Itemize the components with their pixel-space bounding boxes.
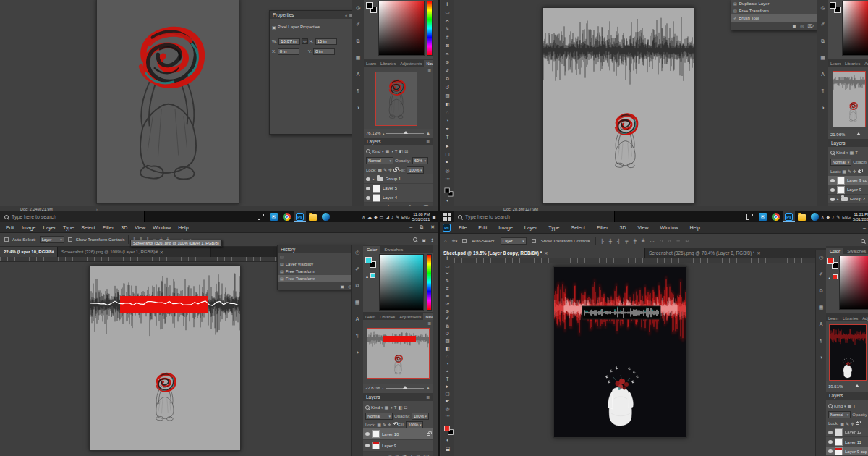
hue-slider[interactable] (427, 1, 433, 56)
lock-transparent-icon[interactable]: ▦ (378, 167, 382, 172)
color-field[interactable] (839, 256, 868, 310)
history-state-brush-tool[interactable]: ✐ Brush Tool (731, 14, 817, 22)
blend-mode-select[interactable]: Normal▾ (828, 411, 851, 418)
menu-type[interactable]: Type (59, 225, 77, 230)
expand-arrow-icon[interactable]: ▸ (837, 197, 839, 201)
layer-name[interactable]: Layer 9 copy (847, 178, 867, 182)
layer-row-layer-9[interactable]: Layer 9 (363, 440, 433, 452)
task-view-button[interactable] (255, 211, 267, 222)
mail-app-button[interactable]: ✉ (268, 211, 280, 222)
color-field[interactable] (378, 1, 425, 56)
menu-edit[interactable]: Edit (2, 225, 18, 230)
tool-spot-healing-tool[interactable]: ⊕ (441, 59, 454, 67)
layers-panel-title[interactable]: Layers (829, 393, 843, 398)
visibility-eye-icon[interactable] (365, 432, 370, 436)
navigator-zoom-slider[interactable] (386, 388, 424, 389)
gamut-warning-icon[interactable]: ▲ (365, 274, 369, 279)
lock-position-icon[interactable]: ✛ (388, 422, 391, 427)
lock-transparent-icon[interactable]: ▦ (840, 421, 844, 426)
tool-edit-toolbar[interactable]: ⋯ (441, 413, 454, 420)
layer-thumbnail[interactable] (837, 177, 845, 185)
tool-marquee-tool[interactable]: ▭ (441, 9, 454, 17)
fill-select[interactable]: 100%▾ (406, 421, 423, 428)
panel-menu-icon[interactable]: ≣ (426, 394, 430, 400)
layer-thumbnail[interactable] (373, 194, 380, 202)
lock-pixels-icon[interactable]: ✎ (846, 421, 849, 426)
layer-row-group-1[interactable]: ▸ Group 1 (364, 174, 433, 184)
filter-pixel-layers-icon[interactable]: ▦ (850, 150, 854, 155)
layer-name[interactable]: Layer 4 (383, 195, 397, 200)
lock-transparent-icon[interactable]: ▦ (842, 169, 846, 174)
tool-type-tool[interactable]: T (441, 375, 454, 382)
security-icon[interactable]: ◆ (374, 214, 378, 219)
language-indicator[interactable]: ENG (401, 215, 410, 219)
dock-tab-libraries[interactable]: Libraries (378, 60, 398, 67)
more-options-icon[interactable]: ⋯ (650, 238, 654, 243)
expand-arrow-icon[interactable]: ▸ (373, 177, 375, 181)
dock-tab-learn[interactable]: Learn (363, 313, 378, 320)
home-icon[interactable]: ⌂ (444, 239, 447, 243)
layer-name[interactable]: Layer 5 (383, 186, 397, 190)
dock-icon-history-icon[interactable]: ◷ (356, 4, 360, 12)
layers-panel-title[interactable]: Layers (367, 139, 381, 144)
auto-select-target[interactable]: Layer▾ (501, 237, 527, 245)
toolbox-color-swatches[interactable] (444, 426, 454, 435)
menu-filter[interactable]: Filter (99, 225, 118, 230)
lock-all-icon[interactable] (393, 423, 396, 426)
tool-crop-tool[interactable]: # (441, 33, 454, 42)
height-field[interactable]: 15 in (315, 38, 337, 45)
auto-select-target[interactable]: Layer▾ (40, 236, 64, 243)
dock-icon-character-icon[interactable]: A (821, 71, 825, 78)
dock-tab-libraries[interactable]: Libraries (843, 60, 862, 67)
dock-icon-histogram-icon[interactable]: ▦ (819, 304, 824, 311)
tool-quick-selection-tool[interactable]: ✎ (441, 277, 454, 284)
align-top-icon[interactable]: ╤ (625, 239, 628, 243)
move-tool-icon[interactable]: ✛▾ (452, 238, 458, 243)
tool-brush-tool[interactable]: ✐ (441, 67, 454, 75)
lock-all-icon[interactable] (856, 422, 859, 425)
opacity-select[interactable]: 100%▾ (412, 413, 429, 420)
menu-select[interactable]: Select (568, 225, 589, 230)
menu-layer[interactable]: Layer (521, 225, 541, 230)
navigator-zoom-value[interactable]: 21.96% (830, 132, 845, 137)
layer-thumbnail[interactable] (372, 442, 380, 449)
filter-shape-layers-icon[interactable]: ◧ (399, 148, 404, 153)
tool-spot-healing-tool[interactable]: ⊕ (441, 308, 454, 315)
filter-pixel-layers-icon[interactable]: ▦ (385, 405, 389, 410)
tool-eraser-tool[interactable]: ▨ (441, 337, 454, 345)
color-tab-swatches[interactable]: Swatches (843, 248, 868, 254)
taskbar-search[interactable]: Type here to search (0, 211, 145, 222)
layer-thumbnail[interactable] (835, 447, 843, 455)
tool-crop-tool[interactable]: # (441, 285, 454, 292)
align-right-icon[interactable]: ╢ (617, 239, 620, 243)
filter-type-layers-icon[interactable]: T (394, 405, 397, 410)
new-document-from-state-icon[interactable]: ▣ (793, 23, 797, 28)
layer-name[interactable]: Layer 12 (845, 430, 861, 434)
color-tab-swatches[interactable]: Swatches (380, 246, 407, 253)
filter-smart-objects-icon[interactable]: ⊡ (404, 148, 408, 153)
lock-all-icon[interactable] (858, 170, 861, 173)
tool-type-tool[interactable]: T (441, 133, 454, 142)
dock-icon-histogram-icon[interactable]: ▦ (356, 54, 361, 62)
tool-shape-tool[interactable]: ▢ (441, 150, 454, 159)
dock-tab-libraries[interactable]: Libraries (378, 313, 397, 320)
foreground-color-swatch[interactable] (827, 258, 834, 264)
menu-help[interactable]: Help (174, 225, 192, 230)
document-tab-inactive[interactable]: Screenshot (326).png @ 100% (Layer 1, RG… (58, 247, 211, 257)
tool-gradient-tool[interactable]: ◧ (441, 100, 454, 109)
lock-position-icon[interactable]: ✛ (851, 421, 854, 426)
navigator-zoom-slider[interactable] (845, 387, 867, 387)
gamut-color-chip[interactable] (370, 273, 375, 278)
menu-window[interactable]: Window (657, 225, 682, 230)
visibility-eye-icon[interactable] (830, 198, 835, 201)
tool-lasso-tool[interactable]: ✂ (441, 270, 454, 277)
show-transform-checkbox[interactable] (532, 239, 536, 243)
color-tab-color[interactable]: Color (826, 248, 843, 254)
file-explorer-button[interactable] (796, 211, 808, 222)
dock-icon-clone-source-icon[interactable]: ⧉ (357, 38, 360, 45)
align-middle-icon[interactable]: ╪ (634, 239, 637, 243)
history-state-duplicate-layer[interactable]: ▤ Duplicate Layer (731, 0, 817, 7)
foreground-color-swatch[interactable] (830, 2, 836, 9)
menu-3d[interactable]: 3D (117, 225, 131, 230)
filter-kind-label[interactable]: Kind (834, 404, 843, 408)
